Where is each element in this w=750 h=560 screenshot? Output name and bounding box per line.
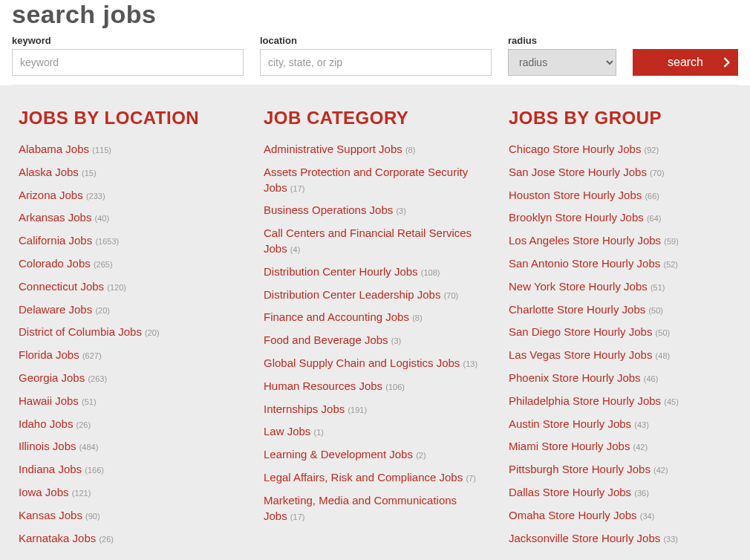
group-job-link[interactable]: San Jose Store Hourly Jobs: [509, 166, 650, 178]
list-item: Learning & Development Jobs (2): [264, 447, 480, 463]
group-job-link[interactable]: Chicago Store Hourly Jobs: [509, 143, 645, 155]
item-count: (48): [656, 351, 671, 360]
group-job-link[interactable]: Philadelphia Store Hourly Jobs: [509, 394, 664, 407]
list-item: California Jobs (1653): [19, 233, 235, 249]
list-item: Distribution Center Hourly Jobs (108): [264, 264, 480, 280]
item-count: (115): [92, 146, 111, 154]
location-job-link[interactable]: District of Columbia Jobs: [19, 325, 145, 338]
group-job-link[interactable]: Miami Store Hourly Jobs: [509, 440, 633, 452]
category-heading: JOB CATEGORY: [264, 108, 480, 128]
location-job-link[interactable]: Illinois Jobs: [19, 440, 79, 452]
radius-select[interactable]: radius: [508, 49, 616, 76]
group-job-link[interactable]: Houston Store Hourly Jobs: [509, 189, 645, 201]
location-label: location: [260, 35, 492, 46]
chevron-right-icon: [723, 59, 731, 66]
item-count: (7): [466, 474, 475, 483]
list-item: Food and Beverage Jobs (3): [264, 333, 480, 348]
list-item: Colorado Jobs (265): [19, 256, 235, 272]
columns-container: JOBS BY LOCATION Alabama Jobs (115)Alask…: [0, 85, 750, 560]
location-input[interactable]: [260, 49, 492, 76]
list-item: Alaska Jobs (15): [19, 165, 235, 180]
category-job-link[interactable]: Law Jobs: [264, 425, 314, 437]
category-job-link[interactable]: Distribution Center Hourly Jobs: [264, 265, 421, 278]
group-job-link[interactable]: Jacksonville Store Hourly Jobs: [509, 532, 663, 544]
location-job-link[interactable]: Idaho Jobs: [19, 417, 76, 430]
page-title: search jobs: [12, 0, 738, 29]
keyword-input[interactable]: [12, 49, 244, 76]
group-job-link[interactable]: Omaha Store Hourly Jobs: [509, 509, 640, 521]
jobs-by-location-column[interactable]: JOBS BY LOCATION Alabama Jobs (115)Alask…: [19, 108, 241, 553]
list-item: Call Centers and Financial Retail Servic…: [264, 226, 480, 257]
group-job-link[interactable]: Pittsburgh Store Hourly Jobs: [509, 463, 653, 475]
item-count: (8): [412, 313, 422, 322]
group-job-link[interactable]: Los Angeles Store Hourly Jobs: [509, 234, 664, 247]
location-field: location: [260, 35, 492, 76]
list-item: Global Supply Chain and Logistics Jobs (…: [264, 356, 480, 371]
group-job-link[interactable]: Austin Store Hourly Jobs: [509, 417, 634, 430]
list-item: Chicago Store Hourly Jobs (92): [509, 142, 725, 157]
list-item: Pittsburgh Store Hourly Jobs (42): [509, 462, 725, 478]
category-job-link[interactable]: Human Resources Jobs: [264, 380, 385, 392]
list-item: Administrative Support Jobs (8): [264, 142, 480, 157]
location-job-link[interactable]: Iowa Jobs: [19, 486, 72, 498]
list-item: Marketing, Media and Communications Jobs…: [264, 493, 480, 524]
location-job-link[interactable]: Indiana Jobs: [19, 463, 85, 475]
list-item: Indiana Jobs (166): [19, 462, 235, 478]
group-job-link[interactable]: Charlotte Store Hourly Jobs: [509, 303, 648, 316]
category-job-link[interactable]: Food and Beverage Jobs: [264, 333, 391, 346]
location-job-link[interactable]: Alabama Jobs: [19, 143, 92, 155]
category-job-link[interactable]: Administrative Support Jobs: [264, 143, 405, 155]
search-button[interactable]: search: [633, 49, 738, 76]
item-count: (52): [663, 260, 678, 269]
item-count: (20): [95, 306, 110, 315]
location-job-link[interactable]: Karnataka Jobs: [19, 532, 99, 544]
list-item: Florida Jobs (627): [19, 348, 235, 363]
item-count: (42): [653, 466, 668, 475]
category-job-link[interactable]: Business Operations Jobs: [264, 204, 396, 216]
location-job-link[interactable]: Connecticut Jobs: [19, 280, 107, 293]
job-category-column[interactable]: JOB CATEGORY Administrative Support Jobs…: [264, 108, 486, 553]
list-item: San Jose Store Hourly Jobs (70): [509, 165, 725, 180]
category-job-link[interactable]: Learning & Development Jobs: [264, 448, 416, 460]
item-count: (191): [348, 406, 367, 414]
location-job-link[interactable]: California Jobs: [19, 234, 95, 247]
location-job-link[interactable]: Colorado Jobs: [19, 257, 94, 270]
category-job-link[interactable]: Internships Jobs: [264, 403, 348, 415]
list-item: Idaho Jobs (26): [19, 417, 235, 432]
location-job-link[interactable]: Arkansas Jobs: [19, 211, 95, 224]
location-job-link[interactable]: Delaware Jobs: [19, 303, 95, 316]
list-item: Hawaii Jobs (51): [19, 394, 235, 409]
list-item: Charlotte Store Hourly Jobs (50): [509, 302, 725, 318]
category-job-link[interactable]: Finance and Accounting Jobs: [264, 310, 412, 323]
group-job-link[interactable]: Las Vegas Store Hourly Jobs: [509, 348, 656, 361]
group-job-link[interactable]: New York Store Hourly Jobs: [509, 280, 650, 293]
location-job-link[interactable]: Florida Jobs: [19, 348, 82, 361]
item-count: (90): [85, 512, 100, 521]
location-job-link[interactable]: Georgia Jobs: [19, 371, 88, 384]
item-count: (66): [645, 192, 659, 201]
item-count: (265): [94, 260, 113, 269]
item-count: (166): [85, 466, 104, 475]
group-job-link[interactable]: San Diego Store Hourly Jobs: [509, 325, 656, 338]
list-item: Georgia Jobs (263): [19, 371, 235, 386]
item-count: (43): [634, 420, 649, 429]
category-job-link[interactable]: Distribution Center Leadership Jobs: [264, 288, 444, 301]
group-job-link[interactable]: San Antonio Store Hourly Jobs: [509, 257, 663, 270]
group-job-link[interactable]: Brooklyn Store Hourly Jobs: [509, 211, 647, 224]
group-job-link[interactable]: Dallas Store Hourly Jobs: [509, 486, 634, 498]
item-count: (70): [444, 291, 459, 300]
category-job-link[interactable]: Global Supply Chain and Logistics Jobs: [264, 356, 463, 369]
location-job-link[interactable]: Kansas Jobs: [19, 509, 85, 521]
group-job-link[interactable]: Phoenix Store Hourly Jobs: [509, 371, 644, 384]
jobs-by-group-column[interactable]: JOBS BY GROUP Chicago Store Hourly Jobs …: [509, 108, 731, 553]
search-bar: keyword location radius radius search: [12, 35, 738, 85]
item-count: (51): [650, 283, 665, 292]
location-job-link[interactable]: Alaska Jobs: [19, 166, 82, 178]
list-item: Illinois Jobs (484): [19, 439, 235, 455]
list-item: Omaha Store Hourly Jobs (34): [509, 508, 725, 524]
item-count: (233): [86, 192, 105, 201]
list-item: Alabama Jobs (115): [19, 142, 235, 157]
location-job-link[interactable]: Arizona Jobs: [19, 189, 86, 201]
category-job-link[interactable]: Legal Affairs, Risk and Compliance Jobs: [264, 471, 466, 484]
location-job-link[interactable]: Hawaii Jobs: [19, 394, 82, 407]
